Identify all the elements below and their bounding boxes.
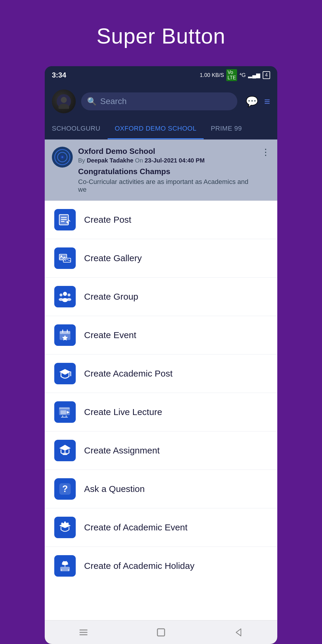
school-avatar <box>52 147 73 168</box>
battery-icon: 4 <box>263 71 270 79</box>
nav-home-icon[interactable] <box>152 623 170 641</box>
nav-back-icon[interactable] <box>230 623 247 641</box>
create-gallery-icon <box>54 247 76 269</box>
menu-label-create-academic-post: Create Academic Post <box>84 369 173 379</box>
svg-point-21 <box>67 298 71 301</box>
svg-point-18 <box>60 293 63 296</box>
signal-icon: ▂▄▆ <box>248 72 260 78</box>
post-card: Oxford Demo School By Deepak Tadakhe On … <box>45 140 277 201</box>
create-assignment-icon <box>54 440 76 461</box>
svg-point-20 <box>68 293 71 296</box>
tab-prime99[interactable]: PRIME 99 <box>204 119 249 139</box>
svg-text:?: ? <box>62 484 68 494</box>
post-meta: By Deepak Tadakhe On 23-Jul-2021 04:40 P… <box>78 157 256 164</box>
search-placeholder: Search <box>100 97 127 106</box>
create-post-icon <box>54 209 76 230</box>
tab-schoolguru[interactable]: SCHOOLGURU <box>45 119 108 139</box>
menu-label-create-post: Create Post <box>84 215 131 225</box>
menu-item-create-academic-post[interactable]: Create Academic Post <box>45 354 277 393</box>
menu-item-ask-question[interactable]: ? Ask a Question <box>45 470 277 508</box>
post-more-icon[interactable]: ⋮ <box>261 147 270 157</box>
menu-icon[interactable]: ≡ <box>264 96 270 107</box>
svg-rect-29 <box>59 408 70 409</box>
menu-label-create-live-lecture: Create Live Lecture <box>84 407 162 417</box>
app-header: 🔍 Search 💬 ≡ <box>45 84 277 119</box>
menu-label-create-gallery: Create Gallery <box>84 253 142 263</box>
menu-label-create-academic-holiday: Create of Academic Holiday <box>84 561 194 571</box>
svg-rect-23 <box>60 331 70 334</box>
svg-rect-30 <box>61 410 66 414</box>
volte-icon: VoLTE <box>226 69 237 81</box>
menu-item-create-academic-event[interactable]: Create of Academic Event <box>45 508 277 547</box>
network-icon: ⁴G <box>239 72 246 78</box>
data-speed: 1.00 KB/S <box>200 72 224 78</box>
svg-rect-35 <box>63 453 67 455</box>
search-bar[interactable]: 🔍 Search <box>81 92 237 110</box>
menu-item-create-gallery[interactable]: Create Gallery <box>45 239 277 278</box>
svg-point-19 <box>59 298 63 301</box>
svg-point-39 <box>64 521 66 523</box>
menu-item-create-group[interactable]: Create Group <box>45 278 277 316</box>
svg-rect-14 <box>63 258 71 262</box>
svg-rect-48 <box>157 629 165 636</box>
tab-bar: SCHOOLGURU OXFORD DEMO SCHOOL PRIME 99 <box>45 119 277 140</box>
page-title: Super Button <box>97 24 225 48</box>
post-body: Co-Curricular activities are as importan… <box>78 178 256 193</box>
school-avatar-inner <box>54 149 70 165</box>
avatar[interactable] <box>52 89 76 113</box>
post-title: Congratulations Champs <box>78 167 256 176</box>
create-live-lecture-icon <box>54 401 76 423</box>
message-icon[interactable]: 💬 <box>246 95 258 107</box>
create-academic-post-icon <box>54 363 76 384</box>
status-icons: 1.00 KB/S VoLTE ⁴G ▂▄▆ 4 <box>200 69 270 81</box>
status-bar: 3:34 1.00 KB/S VoLTE ⁴G ▂▄▆ 4 <box>45 66 277 84</box>
menu-item-create-event[interactable]: Create Event <box>45 316 277 354</box>
menu-list: Create Post Create Gallery <box>45 201 277 620</box>
menu-label-create-academic-event: Create of Academic Event <box>84 522 188 532</box>
menu-item-create-post[interactable]: Create Post <box>45 201 277 239</box>
menu-item-create-assignment[interactable]: Create Assignment <box>45 431 277 470</box>
phone-frame: 3:34 1.00 KB/S VoLTE ⁴G ▂▄▆ 4 🔍 Search 💬 <box>45 66 277 644</box>
svg-marker-49 <box>236 629 241 636</box>
menu-label-ask-question: Ask a Question <box>84 484 145 494</box>
post-info: Oxford Demo School By Deepak Tadakhe On … <box>78 147 256 193</box>
menu-item-create-live-lecture[interactable]: Create Live Lecture <box>45 393 277 431</box>
avatar-image <box>52 89 76 113</box>
search-icon: 🔍 <box>87 97 97 106</box>
ask-question-icon: ? <box>54 478 76 500</box>
menu-label-create-group: Create Group <box>84 292 138 302</box>
svg-point-5 <box>61 156 63 158</box>
create-group-icon <box>54 286 76 307</box>
menu-item-create-academic-holiday[interactable]: Create of Academic Holiday <box>45 547 277 585</box>
svg-point-1 <box>61 97 67 103</box>
create-academic-holiday-icon <box>54 555 76 577</box>
create-academic-event-icon <box>54 517 76 538</box>
post-school-name: Oxford Demo School <box>78 147 256 156</box>
tab-oxford[interactable]: OXFORD DEMO SCHOOL <box>108 119 204 139</box>
time-display: 3:34 <box>52 71 66 79</box>
menu-label-create-event: Create Event <box>84 330 136 340</box>
svg-point-16 <box>63 292 67 296</box>
create-event-icon <box>54 324 76 346</box>
menu-label-create-assignment: Create Assignment <box>84 445 160 456</box>
nav-menu-icon[interactable] <box>75 623 92 641</box>
bottom-nav <box>45 620 277 644</box>
header-icons: 💬 ≡ <box>246 95 270 107</box>
